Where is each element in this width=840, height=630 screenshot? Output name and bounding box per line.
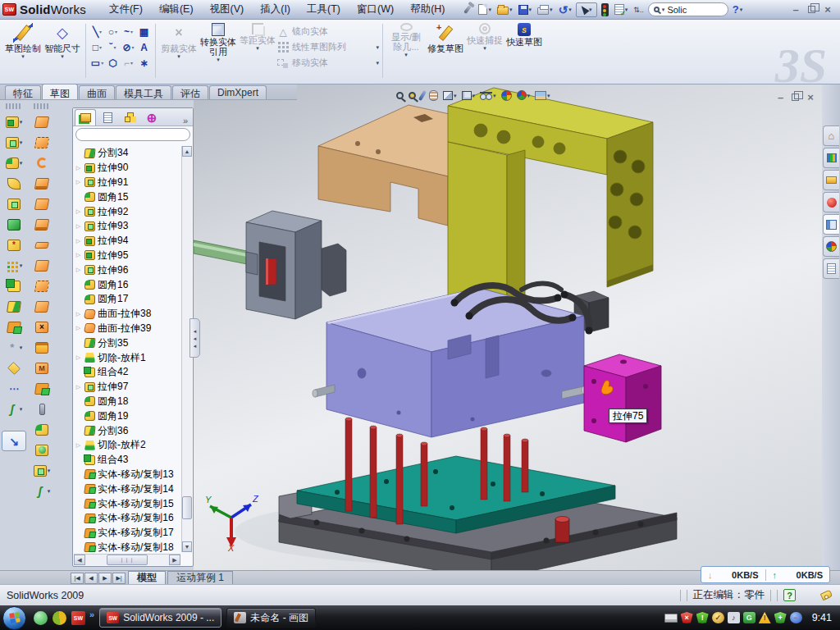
view-orientation-button[interactable]: ▾: [461, 87, 477, 103]
tab-特征[interactable]: 特征: [5, 85, 41, 99]
tree-item[interactable]: 圆角16: [75, 277, 180, 292]
tree-item[interactable]: 组合43: [75, 453, 180, 468]
linear-pattern-button[interactable]: ▾: [2, 255, 26, 276]
expander-icon[interactable]: ▷: [75, 267, 82, 273]
menu-item[interactable]: 编辑(E): [151, 0, 202, 19]
taskbar-window-solidworks[interactable]: SWSolidWorks 2009 - ...: [99, 608, 221, 628]
smart-dimension-button[interactable]: 智能尺寸▾: [43, 22, 82, 59]
menu-item[interactable]: 视图(V): [202, 0, 253, 19]
tree-item[interactable]: 圆角15: [75, 189, 180, 204]
print-button[interactable]: ▾: [536, 2, 555, 18]
tab-草图[interactable]: 草图: [42, 84, 78, 99]
nav-next-button[interactable]: ▶: [98, 573, 112, 584]
nav-prev-button[interactable]: ◀: [84, 573, 98, 584]
scroll-left-button[interactable]: ◀: [74, 555, 85, 565]
sketch-fillet-button[interactable]: ⌐▾: [121, 55, 136, 71]
configurationmanager-tab[interactable]: [119, 109, 140, 126]
expander-icon[interactable]: ▷: [75, 384, 82, 390]
undo-button[interactable]: ↺▾: [557, 2, 573, 18]
instant3d-button[interactable]: ↘: [2, 431, 26, 451]
doc-close-button[interactable]: ×: [807, 91, 814, 103]
view-settings-button[interactable]: ▾: [534, 87, 551, 103]
defender-icon[interactable]: +: [774, 612, 787, 623]
file-explorer-tab[interactable]: [823, 214, 839, 235]
restore-button[interactable]: [808, 6, 815, 13]
zoom-to-fit-button[interactable]: [395, 87, 404, 103]
tree-item[interactable]: 圆角17: [75, 292, 180, 307]
expander-icon[interactable]: ▷: [75, 252, 82, 258]
parting-surfaces-button[interactable]: M: [30, 358, 54, 378]
propertymanager-tab[interactable]: [97, 109, 118, 126]
tree-item[interactable]: ▷拉伸91: [75, 176, 180, 190]
tree-item[interactable]: ▷拉伸96: [75, 262, 180, 277]
construction-geometry-button[interactable]: ⋯: [2, 378, 26, 399]
new-document-button[interactable]: ▾: [477, 2, 493, 18]
tree-item[interactable]: ▷拉伸95: [75, 249, 180, 263]
menu-item[interactable]: 插入(I): [252, 0, 299, 19]
featuremanager-tree-tab[interactable]: [75, 109, 96, 126]
move-copy-bodies-button[interactable]: [2, 317, 26, 337]
dimxpertmanager-tab[interactable]: ⊕: [141, 109, 162, 126]
scroll-right-button[interactable]: ▶: [169, 555, 180, 565]
straight-slot-button[interactable]: ▭▾: [89, 55, 105, 71]
horizontal-scroll-thumb[interactable]: ❘❘❘: [107, 555, 148, 565]
tree-item[interactable]: ▷拉伸92: [75, 204, 180, 219]
polygon-button[interactable]: ⬡: [105, 55, 121, 71]
toolbar-more-button[interactable]: ⇅..: [632, 2, 646, 18]
vertical-scroll-thumb[interactable]: [182, 496, 192, 519]
split-button[interactable]: [2, 296, 26, 317]
lofted-surface-button[interactable]: [30, 173, 54, 194]
messenger-button[interactable]: [34, 611, 48, 625]
scroll-down-button[interactable]: ▼: [182, 541, 192, 552]
select-tool-button[interactable]: ▾: [576, 2, 597, 17]
options-button[interactable]: ▾: [613, 2, 630, 18]
help-button[interactable]: ?▾: [731, 2, 744, 18]
certificate-icon[interactable]: ✓: [712, 612, 724, 623]
tree-item[interactable]: ▷曲面-拉伸38: [75, 307, 180, 322]
tab-评估[interactable]: 评估: [172, 85, 208, 99]
shut-off-surfaces-button[interactable]: [30, 337, 54, 358]
knit-surface-button[interactable]: [30, 194, 54, 214]
expander-icon[interactable]: ▷: [75, 238, 82, 244]
alert-warning-icon[interactable]: !: [759, 612, 771, 623]
sketch-button[interactable]: 草图绘制▾: [3, 22, 43, 59]
expander-icon[interactable]: ▷: [75, 325, 82, 331]
extruded-boss-button[interactable]: ▾: [2, 112, 26, 132]
fillet-surface-button[interactable]: [30, 419, 54, 440]
menu-item[interactable]: 文件(F): [101, 0, 151, 19]
tree-item[interactable]: 实体-移动/复制15: [75, 496, 180, 511]
corner-rectangle-button[interactable]: □▾: [89, 39, 105, 55]
keyboard-layout-icon[interactable]: [664, 614, 678, 623]
spline-surface-button[interactable]: ʃ▾: [30, 481, 54, 501]
pin-button[interactable]: [461, 2, 474, 18]
line-button[interactable]: ╲▾: [89, 24, 105, 39]
insert-block-selected[interactable]: [584, 354, 661, 442]
magnified-selection-button[interactable]: [420, 87, 425, 103]
expander-icon[interactable]: ▷: [75, 354, 82, 361]
tree-item[interactable]: 圆角18: [75, 395, 180, 409]
doc-minimize-button[interactable]: –: [778, 91, 783, 103]
revolved-boss-button[interactable]: [2, 194, 26, 214]
search-input[interactable]: Solic: [667, 5, 687, 15]
tree-item[interactable]: ▷曲面-拉伸39: [75, 322, 180, 336]
security-center-button[interactable]: [52, 611, 66, 625]
spline-tool-button[interactable]: ʃ▾: [2, 399, 26, 419]
dome-button[interactable]: [30, 440, 54, 460]
zoom-to-area-button[interactable]: [408, 87, 417, 103]
delete-hole-button[interactable]: ×: [30, 317, 54, 337]
sketch-text-button[interactable]: A: [136, 39, 152, 55]
appearances-scenes-tab[interactable]: [823, 236, 839, 257]
tab-曲面[interactable]: 曲面: [79, 85, 115, 99]
tree-item[interactable]: 分割34: [75, 146, 180, 161]
cavity-block[interactable]: [326, 288, 584, 437]
nav-first-button[interactable]: |◀: [71, 573, 84, 584]
solidworks-search-tab[interactable]: [823, 192, 839, 212]
spline-button[interactable]: ~▾: [121, 24, 136, 39]
search-box[interactable]: ▾ Solic: [648, 2, 728, 16]
combine-bodies-button[interactable]: [2, 276, 26, 296]
menu-item[interactable]: 窗口(W): [349, 0, 402, 19]
open-button[interactable]: ▾: [495, 2, 514, 18]
revolved-surface-button[interactable]: [30, 132, 54, 153]
section-view-button[interactable]: [428, 87, 439, 103]
filled-surface-button[interactable]: [30, 214, 54, 235]
